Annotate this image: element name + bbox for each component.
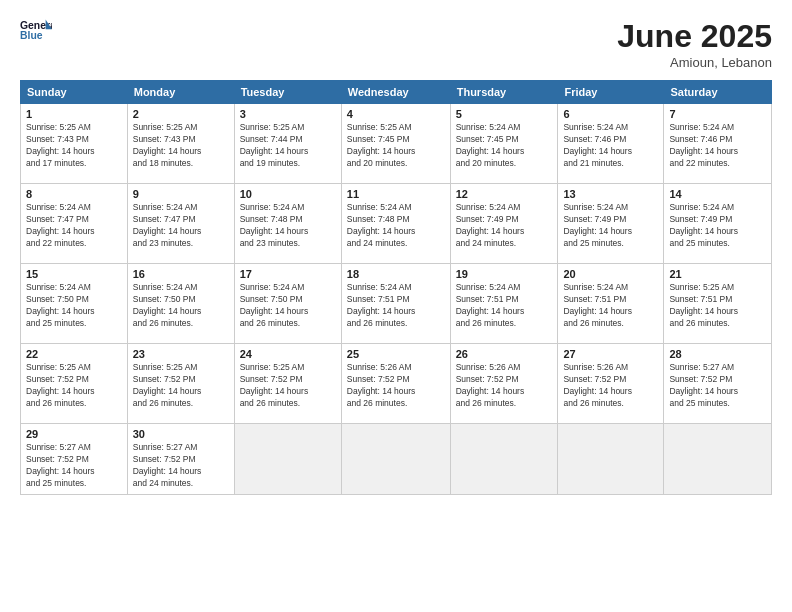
day-number: 6 — [563, 108, 658, 120]
day-number: 18 — [347, 268, 445, 280]
calendar-week-5: 29Sunrise: 5:27 AM Sunset: 7:52 PM Dayli… — [21, 424, 772, 495]
calendar-week-2: 8Sunrise: 5:24 AM Sunset: 7:47 PM Daylig… — [21, 184, 772, 264]
calendar-week-4: 22Sunrise: 5:25 AM Sunset: 7:52 PM Dayli… — [21, 344, 772, 424]
calendar-cell: 18Sunrise: 5:24 AM Sunset: 7:51 PM Dayli… — [341, 264, 450, 344]
calendar-cell — [664, 424, 772, 495]
calendar-cell: 1Sunrise: 5:25 AM Sunset: 7:43 PM Daylig… — [21, 104, 128, 184]
day-info: Sunrise: 5:26 AM Sunset: 7:52 PM Dayligh… — [563, 362, 658, 410]
calendar-cell: 3Sunrise: 5:25 AM Sunset: 7:44 PM Daylig… — [234, 104, 341, 184]
calendar-cell: 21Sunrise: 5:25 AM Sunset: 7:51 PM Dayli… — [664, 264, 772, 344]
day-number: 13 — [563, 188, 658, 200]
day-number: 10 — [240, 188, 336, 200]
day-number: 16 — [133, 268, 229, 280]
title-block: June 2025 Amioun, Lebanon — [617, 18, 772, 70]
day-info: Sunrise: 5:24 AM Sunset: 7:51 PM Dayligh… — [347, 282, 445, 330]
calendar-week-3: 15Sunrise: 5:24 AM Sunset: 7:50 PM Dayli… — [21, 264, 772, 344]
day-info: Sunrise: 5:24 AM Sunset: 7:50 PM Dayligh… — [133, 282, 229, 330]
calendar-header-row: SundayMondayTuesdayWednesdayThursdayFrid… — [21, 81, 772, 104]
day-number: 20 — [563, 268, 658, 280]
day-number: 30 — [133, 428, 229, 440]
svg-text:Blue: Blue — [20, 30, 43, 41]
calendar-cell: 29Sunrise: 5:27 AM Sunset: 7:52 PM Dayli… — [21, 424, 128, 495]
calendar-cell: 2Sunrise: 5:25 AM Sunset: 7:43 PM Daylig… — [127, 104, 234, 184]
day-info: Sunrise: 5:24 AM Sunset: 7:51 PM Dayligh… — [563, 282, 658, 330]
calendar-cell: 24Sunrise: 5:25 AM Sunset: 7:52 PM Dayli… — [234, 344, 341, 424]
calendar-cell: 10Sunrise: 5:24 AM Sunset: 7:48 PM Dayli… — [234, 184, 341, 264]
day-number: 8 — [26, 188, 122, 200]
day-number: 1 — [26, 108, 122, 120]
day-info: Sunrise: 5:24 AM Sunset: 7:48 PM Dayligh… — [240, 202, 336, 250]
header: General Blue June 2025 Amioun, Lebanon — [20, 18, 772, 70]
calendar-cell: 27Sunrise: 5:26 AM Sunset: 7:52 PM Dayli… — [558, 344, 664, 424]
calendar-cell: 5Sunrise: 5:24 AM Sunset: 7:45 PM Daylig… — [450, 104, 558, 184]
day-info: Sunrise: 5:24 AM Sunset: 7:50 PM Dayligh… — [26, 282, 122, 330]
day-info: Sunrise: 5:27 AM Sunset: 7:52 PM Dayligh… — [669, 362, 766, 410]
calendar-cell: 14Sunrise: 5:24 AM Sunset: 7:49 PM Dayli… — [664, 184, 772, 264]
day-number: 17 — [240, 268, 336, 280]
day-number: 19 — [456, 268, 553, 280]
day-number: 27 — [563, 348, 658, 360]
day-number: 25 — [347, 348, 445, 360]
calendar-header-saturday: Saturday — [664, 81, 772, 104]
calendar-week-1: 1Sunrise: 5:25 AM Sunset: 7:43 PM Daylig… — [21, 104, 772, 184]
calendar-cell: 15Sunrise: 5:24 AM Sunset: 7:50 PM Dayli… — [21, 264, 128, 344]
day-number: 23 — [133, 348, 229, 360]
day-info: Sunrise: 5:25 AM Sunset: 7:43 PM Dayligh… — [26, 122, 122, 170]
calendar-cell — [234, 424, 341, 495]
calendar-cell: 25Sunrise: 5:26 AM Sunset: 7:52 PM Dayli… — [341, 344, 450, 424]
calendar-cell: 17Sunrise: 5:24 AM Sunset: 7:50 PM Dayli… — [234, 264, 341, 344]
calendar-cell: 11Sunrise: 5:24 AM Sunset: 7:48 PM Dayli… — [341, 184, 450, 264]
calendar-header-sunday: Sunday — [21, 81, 128, 104]
day-info: Sunrise: 5:25 AM Sunset: 7:44 PM Dayligh… — [240, 122, 336, 170]
day-number: 21 — [669, 268, 766, 280]
day-info: Sunrise: 5:25 AM Sunset: 7:52 PM Dayligh… — [26, 362, 122, 410]
day-info: Sunrise: 5:24 AM Sunset: 7:46 PM Dayligh… — [669, 122, 766, 170]
day-info: Sunrise: 5:24 AM Sunset: 7:45 PM Dayligh… — [456, 122, 553, 170]
day-number: 29 — [26, 428, 122, 440]
day-number: 24 — [240, 348, 336, 360]
day-number: 5 — [456, 108, 553, 120]
day-number: 3 — [240, 108, 336, 120]
day-info: Sunrise: 5:26 AM Sunset: 7:52 PM Dayligh… — [456, 362, 553, 410]
day-number: 4 — [347, 108, 445, 120]
day-number: 28 — [669, 348, 766, 360]
calendar-cell: 30Sunrise: 5:27 AM Sunset: 7:52 PM Dayli… — [127, 424, 234, 495]
calendar-cell: 22Sunrise: 5:25 AM Sunset: 7:52 PM Dayli… — [21, 344, 128, 424]
calendar-cell: 19Sunrise: 5:24 AM Sunset: 7:51 PM Dayli… — [450, 264, 558, 344]
day-number: 9 — [133, 188, 229, 200]
day-info: Sunrise: 5:24 AM Sunset: 7:51 PM Dayligh… — [456, 282, 553, 330]
calendar-cell: 16Sunrise: 5:24 AM Sunset: 7:50 PM Dayli… — [127, 264, 234, 344]
day-number: 26 — [456, 348, 553, 360]
calendar-cell — [450, 424, 558, 495]
day-number: 15 — [26, 268, 122, 280]
calendar-cell: 6Sunrise: 5:24 AM Sunset: 7:46 PM Daylig… — [558, 104, 664, 184]
day-info: Sunrise: 5:24 AM Sunset: 7:47 PM Dayligh… — [133, 202, 229, 250]
day-info: Sunrise: 5:26 AM Sunset: 7:52 PM Dayligh… — [347, 362, 445, 410]
day-info: Sunrise: 5:24 AM Sunset: 7:49 PM Dayligh… — [456, 202, 553, 250]
calendar-header-thursday: Thursday — [450, 81, 558, 104]
day-info: Sunrise: 5:25 AM Sunset: 7:52 PM Dayligh… — [133, 362, 229, 410]
calendar-header-monday: Monday — [127, 81, 234, 104]
day-number: 22 — [26, 348, 122, 360]
calendar-header-tuesday: Tuesday — [234, 81, 341, 104]
day-info: Sunrise: 5:27 AM Sunset: 7:52 PM Dayligh… — [26, 442, 122, 490]
day-info: Sunrise: 5:24 AM Sunset: 7:49 PM Dayligh… — [669, 202, 766, 250]
calendar-page: General Blue June 2025 Amioun, Lebanon S… — [0, 0, 792, 612]
calendar-cell: 9Sunrise: 5:24 AM Sunset: 7:47 PM Daylig… — [127, 184, 234, 264]
calendar-cell: 23Sunrise: 5:25 AM Sunset: 7:52 PM Dayli… — [127, 344, 234, 424]
day-info: Sunrise: 5:24 AM Sunset: 7:46 PM Dayligh… — [563, 122, 658, 170]
calendar-table: SundayMondayTuesdayWednesdayThursdayFrid… — [20, 80, 772, 495]
location: Amioun, Lebanon — [617, 55, 772, 70]
calendar-cell — [558, 424, 664, 495]
day-number: 12 — [456, 188, 553, 200]
day-info: Sunrise: 5:25 AM Sunset: 7:51 PM Dayligh… — [669, 282, 766, 330]
calendar-cell: 20Sunrise: 5:24 AM Sunset: 7:51 PM Dayli… — [558, 264, 664, 344]
day-info: Sunrise: 5:25 AM Sunset: 7:52 PM Dayligh… — [240, 362, 336, 410]
day-info: Sunrise: 5:24 AM Sunset: 7:47 PM Dayligh… — [26, 202, 122, 250]
day-number: 7 — [669, 108, 766, 120]
day-info: Sunrise: 5:27 AM Sunset: 7:52 PM Dayligh… — [133, 442, 229, 490]
day-number: 2 — [133, 108, 229, 120]
day-info: Sunrise: 5:24 AM Sunset: 7:48 PM Dayligh… — [347, 202, 445, 250]
day-info: Sunrise: 5:24 AM Sunset: 7:50 PM Dayligh… — [240, 282, 336, 330]
calendar-cell: 4Sunrise: 5:25 AM Sunset: 7:45 PM Daylig… — [341, 104, 450, 184]
